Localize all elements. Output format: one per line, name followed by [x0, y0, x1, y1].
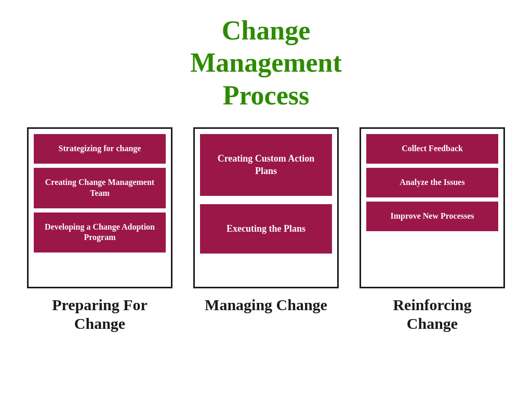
column-label-preparing: Preparing ForChange: [52, 296, 148, 333]
card-item-reinforcing-1: Collect Feedback: [366, 134, 498, 164]
card-item-managing-2: Executing the Plans: [200, 204, 332, 254]
card-box-managing: Creating Custom Action Plans Executing t…: [193, 127, 339, 288]
card-item-managing-1: Creating Custom Action Plans: [200, 134, 332, 196]
card-item-reinforcing-3: Improve New Processes: [366, 202, 498, 231]
column-label-managing: Managing Change: [205, 296, 327, 314]
card-box-preparing: Strategizing for change Creating Change …: [27, 127, 172, 288]
columns-wrapper: Strategizing for change Creating Change …: [0, 127, 532, 333]
column-reinforcing: Collect Feedback Analyze the Issues Impr…: [360, 127, 505, 333]
card-box-reinforcing: Collect Feedback Analyze the Issues Impr…: [360, 127, 505, 288]
column-preparing: Strategizing for change Creating Change …: [27, 127, 172, 333]
card-item-reinforcing-2: Analyze the Issues: [366, 168, 498, 197]
card-item-preparing-1: Strategizing for change: [34, 134, 166, 164]
column-label-reinforcing: ReinforcingChange: [393, 296, 471, 333]
page-title: Change Management Process: [190, 15, 342, 112]
card-item-preparing-3: Developing a Change Adoption Program: [34, 212, 166, 253]
column-managing: Creating Custom Action Plans Executing t…: [193, 127, 339, 314]
card-item-preparing-2: Creating Change Management Team: [34, 168, 166, 208]
